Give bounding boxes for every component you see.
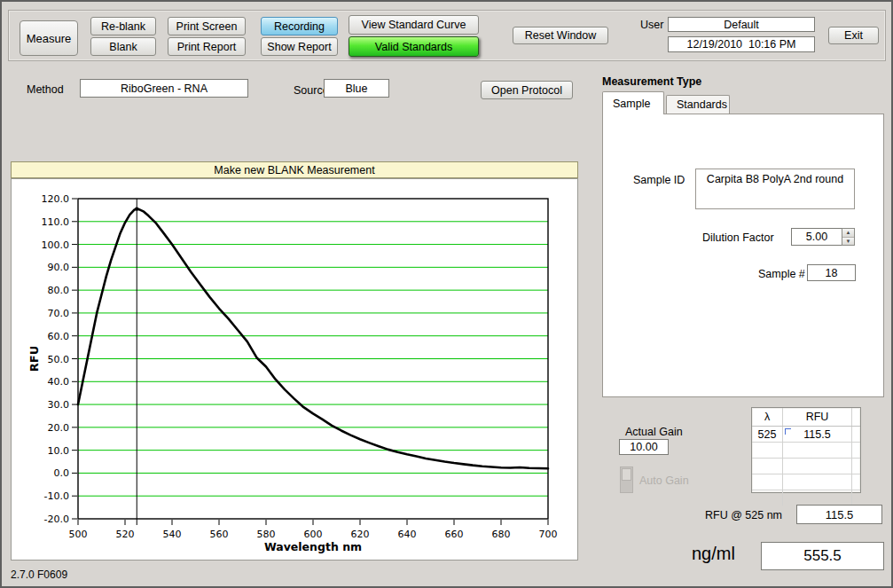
svg-text:10.0: 10.0 — [48, 445, 70, 457]
svg-text:640: 640 — [398, 529, 417, 540]
valid-standards-indicator: Valid Standards — [349, 36, 479, 57]
version-label: 2.7.0 F0609 — [11, 568, 67, 581]
reblank-button[interactable]: Re-blank — [90, 17, 156, 35]
auto-gain-switch — [620, 466, 633, 493]
concentration-unit-label: ng/ml — [692, 544, 735, 564]
svg-text:580: 580 — [257, 529, 276, 540]
table-row-empty — [752, 490, 860, 506]
rfu-at-peak-label: RFU @ 525 nm — [705, 509, 782, 521]
table-row[interactable]: 525 115.5 — [752, 427, 860, 443]
table-header-row: λ RFU — [752, 408, 860, 427]
svg-text:500: 500 — [69, 529, 88, 540]
chart-area: 120.0110.0100.090.080.070.060.050.040.03… — [11, 178, 578, 561]
method-field[interactable]: RiboGreen - RNA — [80, 79, 248, 98]
method-label: Method — [27, 83, 64, 96]
svg-text:660: 660 — [445, 529, 464, 540]
svg-text:50.0: 50.0 — [48, 354, 70, 365]
sample-number-label: Sample # — [758, 268, 805, 280]
app-window: Measure Re-blank Blank Print Screen Prin… — [0, 0, 893, 588]
svg-text:90.0: 90.0 — [48, 262, 70, 273]
exit-button[interactable]: Exit — [828, 27, 879, 44]
stepper-up-icon[interactable]: ▲ — [842, 229, 854, 238]
stepper-down-icon[interactable]: ▼ — [842, 238, 854, 246]
reset-window-button[interactable]: Reset Window — [513, 27, 608, 44]
svg-text:100.0: 100.0 — [42, 239, 70, 251]
y-axis-title: RFU — [27, 346, 41, 372]
table-row-empty — [752, 459, 860, 474]
svg-text:520: 520 — [116, 529, 135, 540]
sample-tab-panel — [602, 114, 884, 397]
dilution-factor-input[interactable]: 5.00 — [791, 228, 842, 246]
concentration-display: 555.5 — [761, 542, 884, 570]
svg-text:680: 680 — [492, 529, 511, 540]
col-header-rfu: RFU — [783, 408, 852, 426]
results-table: λ RFU 525 115.5 — [751, 407, 861, 493]
x-axis-title: Wavelength nm — [264, 540, 362, 553]
sample-number-input[interactable]: 18 — [807, 264, 856, 281]
print-report-button[interactable]: Print Report — [168, 37, 246, 56]
svg-text:560: 560 — [210, 529, 229, 540]
svg-text:30.0: 30.0 — [48, 399, 70, 411]
cell-rfu[interactable]: 115.5 — [783, 427, 852, 442]
chart-status-banner: Make new BLANK Measurement — [11, 161, 578, 178]
cell-selection-mark — [785, 428, 791, 435]
svg-text:-10.0: -10.0 — [44, 490, 69, 502]
cursor-point-marker — [135, 207, 138, 210]
auto-gain-label: Auto Gain — [639, 474, 689, 487]
sample-id-label: Sample ID — [633, 174, 685, 186]
svg-text:-20.0: -20.0 — [44, 514, 69, 525]
datetime-display: 12/19/2010 10:16 PM — [668, 36, 815, 52]
svg-text:620: 620 — [351, 529, 370, 540]
svg-text:540: 540 — [163, 529, 182, 540]
spectrum-plot[interactable]: 120.0110.0100.090.080.070.060.050.040.03… — [12, 179, 577, 560]
svg-text:700: 700 — [539, 529, 558, 540]
svg-text:120.0: 120.0 — [42, 193, 70, 205]
tab-standards[interactable]: Standards — [666, 95, 730, 114]
svg-text:20.0: 20.0 — [48, 422, 70, 434]
rfu-at-peak-display: 115.5 — [796, 505, 882, 524]
svg-text:40.0: 40.0 — [48, 376, 70, 388]
measurement-type-title: Measurement Type — [602, 75, 701, 88]
cell-lambda[interactable]: 525 — [752, 427, 783, 442]
svg-text:0.0: 0.0 — [54, 467, 70, 479]
dilution-factor-stepper[interactable]: ▲ ▼ — [842, 228, 855, 246]
user-label: User — [640, 19, 663, 31]
svg-text:110.0: 110.0 — [42, 216, 70, 228]
svg-text:60.0: 60.0 — [48, 331, 70, 342]
source-field: Blue — [324, 79, 389, 98]
switch-knob-icon — [622, 468, 631, 481]
svg-text:70.0: 70.0 — [48, 308, 70, 319]
svg-text:600: 600 — [304, 529, 323, 540]
blank-button[interactable]: Blank — [90, 37, 156, 56]
table-row-empty — [752, 443, 860, 459]
actual-gain-label: Actual Gain — [625, 426, 683, 438]
col-header-lambda: λ — [752, 408, 783, 426]
actual-gain-display: 10.00 — [619, 439, 669, 455]
svg-text:80.0: 80.0 — [48, 285, 70, 296]
dilution-factor-label: Dilution Factor — [702, 231, 774, 244]
show-report-button[interactable]: Show Report — [261, 37, 338, 56]
view-standard-curve-button[interactable]: View Standard Curve — [349, 15, 479, 35]
measure-button[interactable]: Measure — [20, 20, 78, 56]
print-screen-button[interactable]: Print Screen — [168, 17, 246, 35]
open-protocol-button[interactable]: Open Protocol — [481, 81, 573, 99]
tab-sample[interactable]: Sample — [602, 91, 664, 114]
user-field[interactable]: Default — [668, 17, 815, 32]
sample-id-input[interactable]: Carpita B8 PolyA 2nd round — [695, 169, 855, 209]
recording-indicator-button[interactable]: Recording — [261, 17, 338, 35]
table-row-empty — [752, 474, 860, 490]
